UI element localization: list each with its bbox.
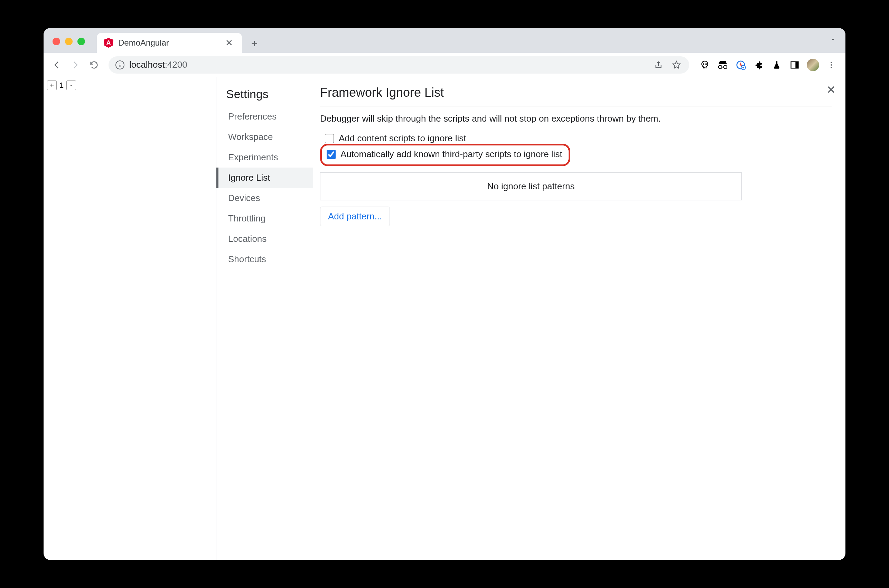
svg-rect-10 xyxy=(795,62,798,68)
increment-button[interactable]: + xyxy=(47,81,57,90)
svg-point-2 xyxy=(702,61,708,67)
checkbox-third-party-row[interactable]: Automatically add known third-party scri… xyxy=(324,146,565,162)
checkbox-content-scripts-label: Add content scripts to ignore list xyxy=(339,133,466,144)
forward-button[interactable] xyxy=(68,57,83,72)
extensions-puzzle-icon[interactable] xyxy=(753,59,764,71)
extension-incognito-icon[interactable] xyxy=(717,59,728,71)
checkbox-third-party-label: Automatically add known third-party scri… xyxy=(341,149,562,160)
nav-experiments[interactable]: Experiments xyxy=(216,147,313,168)
url-port: :4200 xyxy=(165,59,187,70)
angular-favicon: A xyxy=(104,38,113,48)
nav-workspace[interactable]: Workspace xyxy=(216,127,313,147)
tab-overflow-button[interactable] xyxy=(829,35,837,46)
content-area: + 1 - ✕ Settings Preferences Workspace E… xyxy=(44,77,845,560)
extension-skull-icon[interactable] xyxy=(699,59,711,71)
browser-window: A DemoAngular ✕ ＋ localhost:4200 xyxy=(44,28,845,560)
window-controls xyxy=(49,38,90,53)
reload-button[interactable] xyxy=(86,57,102,72)
svg-point-5 xyxy=(719,65,722,69)
checkbox-content-scripts[interactable] xyxy=(325,134,334,143)
browser-menu-icon[interactable] xyxy=(825,59,837,71)
tab-title: DemoAngular xyxy=(118,38,218,48)
site-info-icon[interactable] xyxy=(116,60,125,69)
settings-sidebar: Settings Preferences Workspace Experimen… xyxy=(216,77,313,560)
svg-point-4 xyxy=(706,63,707,65)
ignore-patterns-empty: No ignore list patterns xyxy=(320,172,742,200)
page-viewport: + 1 - xyxy=(44,77,216,560)
checkbox-third-party[interactable] xyxy=(327,150,336,159)
maximize-window-button[interactable] xyxy=(77,38,85,45)
counter-widget: + 1 - xyxy=(47,81,76,90)
extension-flask-icon[interactable] xyxy=(771,59,782,71)
decrement-button[interactable]: - xyxy=(66,81,76,90)
panel-description: Debugger will skip through the scripts a… xyxy=(320,113,832,124)
highlight-annotation: Automatically add known third-party scri… xyxy=(320,144,570,166)
svg-point-12 xyxy=(830,64,832,66)
bookmark-icon[interactable] xyxy=(671,59,682,71)
settings-close-button[interactable]: ✕ xyxy=(826,83,836,96)
browser-tab[interactable]: A DemoAngular ✕ xyxy=(97,33,242,53)
tab-strip: A DemoAngular ✕ ＋ xyxy=(44,28,845,53)
url-text: localhost:4200 xyxy=(129,59,187,70)
nav-locations[interactable]: Locations xyxy=(216,229,313,249)
new-tab-button[interactable]: ＋ xyxy=(246,35,263,51)
svg-point-13 xyxy=(830,67,832,68)
nav-devices[interactable]: Devices xyxy=(216,188,313,208)
address-bar[interactable]: localhost:4200 xyxy=(108,56,689,74)
minimize-window-button[interactable] xyxy=(65,38,73,45)
browser-toolbar: localhost:4200 xyxy=(44,53,845,77)
nav-throttling[interactable]: Throttling xyxy=(216,208,313,229)
settings-heading: Settings xyxy=(216,83,313,106)
add-pattern-button[interactable]: Add pattern... xyxy=(320,207,390,226)
extension-icons xyxy=(696,59,840,71)
nav-ignore-list[interactable]: Ignore List xyxy=(216,168,313,188)
share-icon[interactable] xyxy=(653,59,664,71)
svg-point-11 xyxy=(830,62,832,63)
close-tab-button[interactable]: ✕ xyxy=(223,38,235,48)
extension-compass-icon[interactable] xyxy=(735,59,746,71)
nav-shortcuts[interactable]: Shortcuts xyxy=(216,249,313,270)
url-host: localhost xyxy=(129,59,165,70)
svg-point-0 xyxy=(120,63,121,64)
counter-value: 1 xyxy=(58,81,65,90)
side-panel-icon[interactable] xyxy=(789,59,800,71)
settings-main-panel: Framework Ignore List Debugger will skip… xyxy=(313,77,845,560)
svg-point-3 xyxy=(703,63,704,65)
svg-rect-1 xyxy=(120,65,121,67)
panel-title: Framework Ignore List xyxy=(320,86,832,106)
profile-avatar[interactable] xyxy=(807,59,819,71)
back-button[interactable] xyxy=(49,57,64,72)
close-window-button[interactable] xyxy=(53,38,60,45)
svg-point-6 xyxy=(724,65,727,69)
nav-preferences[interactable]: Preferences xyxy=(216,106,313,127)
devtools-settings: ✕ Settings Preferences Workspace Experim… xyxy=(216,77,845,560)
